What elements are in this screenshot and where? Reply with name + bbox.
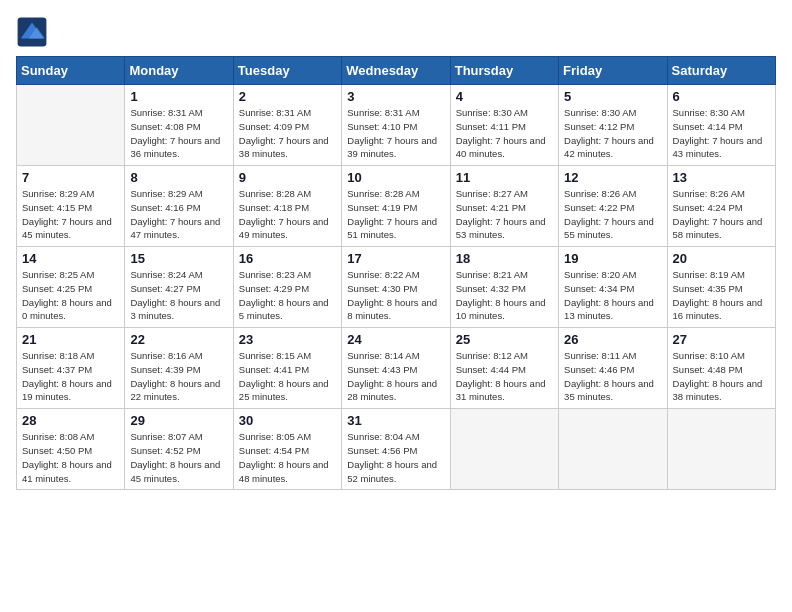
day-info: Sunrise: 8:20 AMSunset: 4:34 PMDaylight:… [564,268,661,323]
day-number: 4 [456,89,553,104]
day-number: 19 [564,251,661,266]
weekday-header-row: SundayMondayTuesdayWednesdayThursdayFrid… [17,57,776,85]
day-info: Sunrise: 8:31 AMSunset: 4:08 PMDaylight:… [130,106,227,161]
calendar-cell: 22Sunrise: 8:16 AMSunset: 4:39 PMDayligh… [125,328,233,409]
day-info: Sunrise: 8:08 AMSunset: 4:50 PMDaylight:… [22,430,119,485]
day-number: 9 [239,170,336,185]
day-info: Sunrise: 8:16 AMSunset: 4:39 PMDaylight:… [130,349,227,404]
day-info: Sunrise: 8:23 AMSunset: 4:29 PMDaylight:… [239,268,336,323]
day-info: Sunrise: 8:21 AMSunset: 4:32 PMDaylight:… [456,268,553,323]
day-number: 29 [130,413,227,428]
day-info: Sunrise: 8:29 AMSunset: 4:16 PMDaylight:… [130,187,227,242]
calendar-cell: 21Sunrise: 8:18 AMSunset: 4:37 PMDayligh… [17,328,125,409]
day-number: 2 [239,89,336,104]
calendar-cell: 11Sunrise: 8:27 AMSunset: 4:21 PMDayligh… [450,166,558,247]
calendar-cell: 27Sunrise: 8:10 AMSunset: 4:48 PMDayligh… [667,328,775,409]
logo-icon [16,16,48,48]
header-tuesday: Tuesday [233,57,341,85]
day-info: Sunrise: 8:26 AMSunset: 4:24 PMDaylight:… [673,187,770,242]
calendar-cell: 12Sunrise: 8:26 AMSunset: 4:22 PMDayligh… [559,166,667,247]
day-number: 25 [456,332,553,347]
calendar-cell [17,85,125,166]
day-number: 23 [239,332,336,347]
day-info: Sunrise: 8:28 AMSunset: 4:19 PMDaylight:… [347,187,444,242]
day-number: 13 [673,170,770,185]
day-number: 28 [22,413,119,428]
day-info: Sunrise: 8:25 AMSunset: 4:25 PMDaylight:… [22,268,119,323]
day-info: Sunrise: 8:18 AMSunset: 4:37 PMDaylight:… [22,349,119,404]
day-info: Sunrise: 8:10 AMSunset: 4:48 PMDaylight:… [673,349,770,404]
calendar-cell: 5Sunrise: 8:30 AMSunset: 4:12 PMDaylight… [559,85,667,166]
calendar-cell: 1Sunrise: 8:31 AMSunset: 4:08 PMDaylight… [125,85,233,166]
day-number: 17 [347,251,444,266]
day-number: 31 [347,413,444,428]
calendar-week-row: 21Sunrise: 8:18 AMSunset: 4:37 PMDayligh… [17,328,776,409]
day-number: 3 [347,89,444,104]
calendar-cell: 2Sunrise: 8:31 AMSunset: 4:09 PMDaylight… [233,85,341,166]
day-info: Sunrise: 8:22 AMSunset: 4:30 PMDaylight:… [347,268,444,323]
calendar-cell: 3Sunrise: 8:31 AMSunset: 4:10 PMDaylight… [342,85,450,166]
day-number: 6 [673,89,770,104]
day-number: 15 [130,251,227,266]
header-thursday: Thursday [450,57,558,85]
day-number: 10 [347,170,444,185]
calendar-cell: 6Sunrise: 8:30 AMSunset: 4:14 PMDaylight… [667,85,775,166]
day-number: 22 [130,332,227,347]
day-number: 1 [130,89,227,104]
day-number: 12 [564,170,661,185]
day-number: 8 [130,170,227,185]
calendar-cell: 4Sunrise: 8:30 AMSunset: 4:11 PMDaylight… [450,85,558,166]
day-number: 20 [673,251,770,266]
calendar-cell: 25Sunrise: 8:12 AMSunset: 4:44 PMDayligh… [450,328,558,409]
day-info: Sunrise: 8:30 AMSunset: 4:14 PMDaylight:… [673,106,770,161]
day-number: 5 [564,89,661,104]
day-number: 27 [673,332,770,347]
day-info: Sunrise: 8:29 AMSunset: 4:15 PMDaylight:… [22,187,119,242]
day-info: Sunrise: 8:15 AMSunset: 4:41 PMDaylight:… [239,349,336,404]
day-info: Sunrise: 8:31 AMSunset: 4:09 PMDaylight:… [239,106,336,161]
calendar-cell: 18Sunrise: 8:21 AMSunset: 4:32 PMDayligh… [450,247,558,328]
day-number: 11 [456,170,553,185]
day-number: 14 [22,251,119,266]
day-info: Sunrise: 8:07 AMSunset: 4:52 PMDaylight:… [130,430,227,485]
calendar-cell: 26Sunrise: 8:11 AMSunset: 4:46 PMDayligh… [559,328,667,409]
calendar-cell: 10Sunrise: 8:28 AMSunset: 4:19 PMDayligh… [342,166,450,247]
day-number: 7 [22,170,119,185]
day-info: Sunrise: 8:14 AMSunset: 4:43 PMDaylight:… [347,349,444,404]
day-info: Sunrise: 8:26 AMSunset: 4:22 PMDaylight:… [564,187,661,242]
calendar-cell: 17Sunrise: 8:22 AMSunset: 4:30 PMDayligh… [342,247,450,328]
day-info: Sunrise: 8:05 AMSunset: 4:54 PMDaylight:… [239,430,336,485]
calendar-cell: 16Sunrise: 8:23 AMSunset: 4:29 PMDayligh… [233,247,341,328]
calendar-cell: 14Sunrise: 8:25 AMSunset: 4:25 PMDayligh… [17,247,125,328]
calendar-week-row: 7Sunrise: 8:29 AMSunset: 4:15 PMDaylight… [17,166,776,247]
header [16,16,776,48]
day-info: Sunrise: 8:28 AMSunset: 4:18 PMDaylight:… [239,187,336,242]
day-info: Sunrise: 8:30 AMSunset: 4:12 PMDaylight:… [564,106,661,161]
calendar-cell: 9Sunrise: 8:28 AMSunset: 4:18 PMDaylight… [233,166,341,247]
day-info: Sunrise: 8:04 AMSunset: 4:56 PMDaylight:… [347,430,444,485]
calendar-cell: 15Sunrise: 8:24 AMSunset: 4:27 PMDayligh… [125,247,233,328]
calendar-cell: 28Sunrise: 8:08 AMSunset: 4:50 PMDayligh… [17,409,125,490]
day-info: Sunrise: 8:12 AMSunset: 4:44 PMDaylight:… [456,349,553,404]
day-number: 18 [456,251,553,266]
calendar-cell: 13Sunrise: 8:26 AMSunset: 4:24 PMDayligh… [667,166,775,247]
day-info: Sunrise: 8:19 AMSunset: 4:35 PMDaylight:… [673,268,770,323]
calendar-cell: 31Sunrise: 8:04 AMSunset: 4:56 PMDayligh… [342,409,450,490]
header-friday: Friday [559,57,667,85]
header-saturday: Saturday [667,57,775,85]
calendar-week-row: 1Sunrise: 8:31 AMSunset: 4:08 PMDaylight… [17,85,776,166]
calendar-week-row: 14Sunrise: 8:25 AMSunset: 4:25 PMDayligh… [17,247,776,328]
calendar-cell: 7Sunrise: 8:29 AMSunset: 4:15 PMDaylight… [17,166,125,247]
day-number: 21 [22,332,119,347]
day-info: Sunrise: 8:30 AMSunset: 4:11 PMDaylight:… [456,106,553,161]
day-number: 26 [564,332,661,347]
calendar-cell: 29Sunrise: 8:07 AMSunset: 4:52 PMDayligh… [125,409,233,490]
calendar-cell: 23Sunrise: 8:15 AMSunset: 4:41 PMDayligh… [233,328,341,409]
calendar-table: SundayMondayTuesdayWednesdayThursdayFrid… [16,56,776,490]
day-number: 16 [239,251,336,266]
calendar-cell [450,409,558,490]
calendar-cell [559,409,667,490]
header-wednesday: Wednesday [342,57,450,85]
day-info: Sunrise: 8:31 AMSunset: 4:10 PMDaylight:… [347,106,444,161]
day-number: 30 [239,413,336,428]
